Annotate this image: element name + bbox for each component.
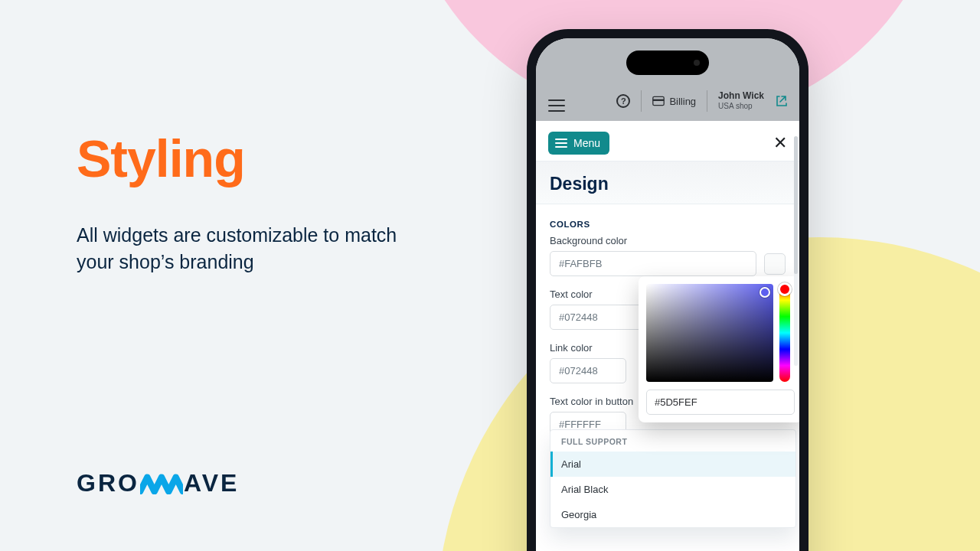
marketing-copy: Styling All widgets are customizable to … (77, 129, 398, 275)
divider (641, 90, 642, 112)
phone-screen: ? Billing John Wick USA shop (536, 38, 799, 551)
section-title: Design (536, 161, 799, 204)
phone-frame: ? Billing John Wick USA shop (527, 29, 808, 551)
scrollbar[interactable] (794, 136, 798, 366)
menu-button[interactable]: Menu (548, 132, 609, 155)
input-link-color[interactable] (550, 358, 626, 383)
logo-text-right: AVE (184, 469, 239, 497)
font-option[interactable]: Georgia (550, 502, 795, 527)
color-picker-sat-cursor[interactable] (760, 287, 770, 298)
font-option[interactable]: Arial Black (550, 477, 795, 502)
menu-button-label: Menu (573, 137, 600, 149)
design-panel: Menu ✕ Design COLORS Background color Te… (536, 121, 799, 551)
billing-label: Billing (669, 96, 696, 107)
close-icon[interactable]: ✕ (773, 133, 787, 153)
label-background-color: Background color (550, 235, 786, 246)
divider (707, 90, 707, 112)
dynamic-island (626, 51, 709, 75)
input-background-color[interactable] (550, 251, 756, 276)
logo-text-left: GRO (77, 469, 139, 497)
scrollbar-thumb[interactable] (794, 136, 798, 274)
help-icon[interactable]: ? (616, 94, 630, 108)
color-picker-hex-input[interactable] (646, 390, 795, 415)
font-option[interactable]: Arial (550, 452, 795, 477)
page-title: Styling (77, 129, 398, 188)
font-dropdown: FULL SUPPORT Arial Arial Black Georgia (550, 429, 796, 528)
growave-logo: GRO AVE (77, 469, 239, 497)
svg-rect-1 (653, 99, 664, 101)
user-name: John Wick (718, 91, 764, 102)
logo-wave-icon (140, 473, 183, 494)
panel-scroll-area: COLORS Background color Text color Link … (536, 204, 799, 551)
user-shop: USA shop (718, 102, 764, 111)
page-subtitle: All widgets are customizable to match yo… (77, 222, 398, 275)
color-picker-hue-slider[interactable] (779, 284, 790, 382)
swatch-background-color[interactable] (764, 253, 786, 275)
billing-link[interactable]: Billing (652, 96, 696, 107)
font-dropdown-group: FULL SUPPORT (550, 430, 795, 452)
color-picker-hue-cursor[interactable] (778, 282, 792, 296)
hamburger-icon[interactable] (548, 99, 565, 112)
group-label-colors: COLORS (550, 220, 786, 229)
user-block[interactable]: John Wick USA shop (718, 91, 764, 110)
menu-bars-icon (555, 139, 567, 148)
color-picker-popover (639, 276, 799, 422)
color-picker-saturation[interactable] (646, 284, 773, 382)
external-link-icon[interactable] (775, 95, 787, 107)
